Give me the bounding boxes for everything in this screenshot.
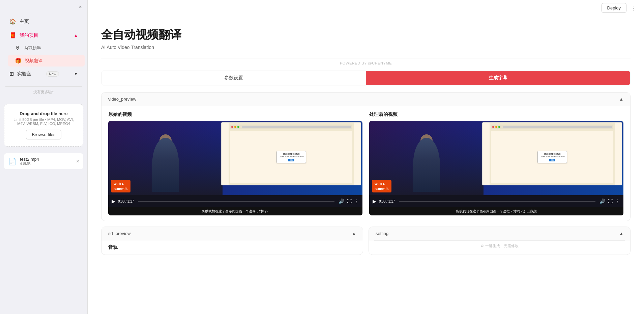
web-summit-badge-processed: web▲summit. — [372, 180, 391, 192]
original-video-player[interactable]: This page says Game over! Your score is:… — [108, 121, 362, 215]
drop-zone-limit: Limit 50GB per file • MP4, MOV, AVI, M4V… — [10, 117, 78, 126]
speaker-body-processed — [413, 138, 440, 192]
play-button-processed[interactable]: ▶ — [373, 199, 376, 204]
sidebar: × 🏠 主页 🧧 我的项目 ▲ 🎙 内容助手 🎁 视频翻译 ⊞ — [0, 0, 88, 314]
sidebar-item-content-assistant-label: 内容助手 — [24, 45, 41, 51]
speaker-body-original — [152, 138, 179, 192]
more-icon-processed[interactable]: ⋮ — [615, 199, 620, 204]
srt-preview-body: 音轨 — [101, 240, 363, 255]
topbar: Deploy ⋮ — [88, 0, 644, 16]
tab-row: 参数设置 生成字幕 — [101, 71, 631, 85]
screen-overlay-original: This page says Game over! Your score is:… — [221, 122, 361, 185]
home-icon: 🏠 — [9, 18, 16, 25]
original-video-label: 原始的视频 — [108, 111, 362, 117]
video-preview-section: video_preview ▲ 原始的视频 — [101, 92, 631, 221]
tab-params[interactable]: 参数设置 — [101, 71, 366, 85]
srt-preview-header: srt_preview ▲ — [101, 227, 363, 240]
video-preview-label: video_preview — [108, 97, 136, 102]
file-size: 4.8MB — [20, 162, 73, 166]
processed-video-thumb: This page says Game over! Your score is:… — [369, 121, 623, 195]
sidebar-item-my-projects[interactable]: 🧧 我的项目 ▲ — [3, 29, 85, 42]
content-area: 全自动视频翻译 AI Auto Video Translation POWERE… — [88, 16, 644, 314]
bottom-row: srt_preview ▲ 音轨 setting ▲ ⚙ 一键生成，无需修改 — [101, 227, 631, 255]
setting-header: setting ▲ — [369, 227, 630, 240]
sidebar-item-lab[interactable]: ⊞ 实验室 New ▼ — [3, 67, 85, 80]
sidebar-item-my-projects-label: 我的项目 — [20, 32, 38, 38]
video-preview-header: video_preview ▲ — [101, 93, 630, 106]
file-info: test2.mp4 4.8MB — [20, 157, 73, 166]
subtitle-bar-processed: 所以我想在这个画布周围画一个边框？对吗？所以我想 — [369, 207, 623, 215]
setting-label: setting — [376, 231, 388, 236]
menu-dots-icon[interactable]: ⋮ — [631, 4, 637, 12]
fullscreen-icon-original[interactable]: ⛶ — [347, 199, 352, 204]
web-summit-badge-original: web▲summit. — [111, 180, 130, 192]
sidebar-item-content-assistant[interactable]: 🎙 内容助手 — [8, 43, 85, 54]
fullscreen-icon-processed[interactable]: ⛶ — [608, 199, 613, 204]
tab-generate[interactable]: 生成字幕 — [366, 71, 630, 85]
volume-icon-processed[interactable]: 🔊 — [599, 199, 605, 204]
sidebar-item-lab-label: 实验室 — [17, 71, 31, 77]
videos-row: 原始的视频 — [108, 111, 623, 215]
lab-icon: ⊞ — [9, 71, 14, 77]
projects-collapse-icon: ▲ — [74, 33, 78, 38]
deploy-button[interactable]: Deploy — [602, 3, 626, 13]
sidebar-navigation: 🏠 主页 🧧 我的项目 ▲ 🎙 内容助手 🎁 视频翻译 ⊞ 实验室 New ▼ — [0, 11, 87, 84]
sidebar-item-home[interactable]: 🏠 主页 — [3, 15, 85, 28]
subtitle-text-processed: 所以我想在这个画布周围画一个边框？对吗？所以我想 — [456, 209, 537, 214]
setting-section: setting ▲ ⚙ 一键生成，无需修改 — [369, 227, 631, 255]
original-video-thumb: This page says Game over! Your score is:… — [108, 121, 362, 195]
srt-preview-section: srt_preview ▲ 音轨 — [101, 227, 363, 255]
drop-zone-title: Drag and drop file here — [10, 111, 78, 116]
video-preview-collapse-icon[interactable]: ▲ — [619, 97, 623, 102]
screen-overlay-processed: This page says Game over! Your score is:… — [482, 122, 622, 185]
lab-new-badge: New — [46, 71, 59, 77]
video-controls-original: ▶ 0:00 / 1:17 🔊 ⛶ ⋮ — [108, 195, 362, 207]
sidebar-item-video-translate-label: 视频翻译 — [25, 58, 42, 64]
setting-oneliner-text: 一键生成，无需修改 — [485, 244, 519, 248]
screen-dialog-processed: This page says Game over! Your score is:… — [537, 151, 567, 163]
gift-icon: 🎁 — [15, 57, 22, 64]
time-display-processed: 0:00 / 1:17 — [379, 200, 395, 203]
file-name: test2.mp4 — [20, 157, 73, 162]
processed-video-label: 处理后的视频 — [369, 111, 623, 117]
file-icon: 📄 — [8, 157, 17, 165]
lab-collapse-icon: ▼ — [74, 72, 78, 76]
play-button-original[interactable]: ▶ — [112, 199, 115, 204]
original-video-col: 原始的视频 — [108, 111, 362, 215]
projects-icon: 🧧 — [9, 32, 16, 38]
setting-collapse-icon[interactable]: ▲ — [619, 231, 623, 236]
mic-icon: 🎙 — [15, 45, 20, 51]
main-content: Deploy ⋮ 全自动视频翻译 AI Auto Video Translati… — [88, 0, 644, 314]
subtitle-bar-original: 所以我想在这个画布周围画一个边界，对吗？ — [108, 207, 362, 215]
processed-video-col: 处理后的视频 — [369, 111, 623, 215]
sidebar-sub-nav: 🎙 内容助手 🎁 视频翻译 — [0, 43, 87, 67]
video-preview-body: 原始的视频 — [101, 106, 630, 221]
sidebar-item-home-label: 主页 — [20, 19, 29, 25]
setting-oneliner: ⚙ 一键生成，无需修改 — [374, 240, 625, 251]
srt-preview-label: srt_preview — [108, 231, 130, 236]
subtitle-text-original: 所以我想在这个画布周围画一个边界，对吗？ — [202, 209, 269, 214]
sidebar-item-video-translate[interactable]: 🎁 视频翻译 — [8, 55, 85, 67]
more-icon-original[interactable]: ⋮ — [354, 199, 359, 204]
powered-by-label: POWERED BY @CHENYME — [101, 58, 631, 65]
screen-dialog-original: This page says Game over! Your score is:… — [276, 151, 306, 163]
processed-video-player[interactable]: This page says Game over! Your score is:… — [369, 121, 623, 215]
time-display-original: 0:00 / 1:17 — [118, 200, 134, 203]
browse-files-button[interactable]: Browse files — [26, 130, 61, 139]
close-icon[interactable]: × — [79, 4, 82, 10]
file-drop-zone[interactable]: Drag and drop file here Limit 50GB per f… — [4, 104, 83, 147]
file-remove-button[interactable]: × — [76, 158, 79, 164]
audio-track-label: 音轨 — [108, 244, 356, 251]
srt-preview-collapse-icon[interactable]: ▲ — [352, 231, 356, 236]
sidebar-close-area: × — [0, 0, 87, 11]
volume-icon-original[interactable]: 🔊 — [339, 199, 344, 204]
page-title: 全自动视频翻译 — [101, 27, 631, 43]
file-item: 📄 test2.mp4 4.8MB × — [4, 153, 83, 169]
no-more-label: 没有更多啦~ — [5, 86, 82, 97]
page-subtitle: AI Auto Video Translation — [101, 45, 631, 50]
video-controls-processed: ▶ 0:00 / 1:17 🔊 ⛶ ⋮ — [369, 195, 623, 207]
